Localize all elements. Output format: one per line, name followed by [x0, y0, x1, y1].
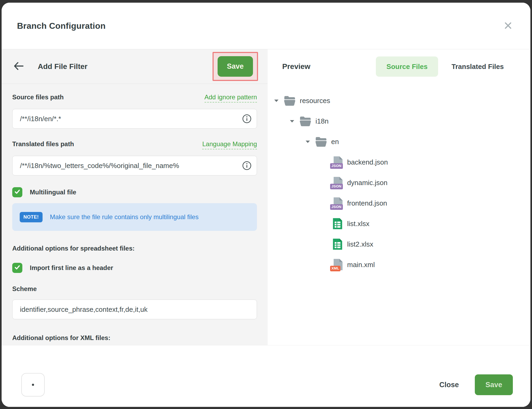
- tree-folder-label: resources: [300, 97, 330, 105]
- preview-tabs: Source Files Translated Files: [376, 56, 514, 77]
- preview-panel: Preview Source Files Translated Files re…: [268, 49, 530, 345]
- tree-row-file[interactable]: list2.xlsx: [273, 234, 525, 255]
- more-options-button[interactable]: [21, 373, 45, 396]
- filter-form: Source files path Add ignore pattern Tra…: [2, 84, 268, 342]
- file-filter-panel: Add File Filter Save Source files path A…: [2, 49, 268, 345]
- file-tree: resources i18n: [268, 84, 530, 275]
- xlsx-file-icon: [331, 218, 343, 230]
- back-arrow-icon: [13, 60, 24, 73]
- json-file-icon: JSON: [331, 197, 343, 210]
- tree-row-file[interactable]: JSON frontend.json: [273, 193, 525, 214]
- save-button-highlight-annotation: Save: [213, 52, 258, 81]
- tree-file-label: backend.json: [347, 158, 388, 166]
- tree-row-folder[interactable]: resources: [273, 91, 525, 111]
- xml-badge: XML: [330, 266, 340, 271]
- tree-row-folder[interactable]: i18n: [273, 111, 525, 132]
- folder-icon: [284, 95, 296, 107]
- close-icon: [503, 20, 513, 32]
- scheme-label: Scheme: [12, 285, 257, 293]
- modal-title: Branch Configuration: [17, 21, 106, 31]
- modal-save-button[interactable]: Save: [475, 374, 513, 395]
- folder-icon: [315, 136, 327, 148]
- tree-row-file[interactable]: XML main.xml: [273, 255, 525, 275]
- language-mapping-link[interactable]: Language Mapping: [202, 140, 257, 149]
- tree-row-folder[interactable]: en: [273, 132, 525, 152]
- tree-row-file[interactable]: JSON dynamic.json: [273, 173, 525, 193]
- tab-source-files[interactable]: Source Files: [376, 56, 438, 77]
- tree-file-label: main.xml: [347, 261, 375, 269]
- preview-sub-header: Preview Source Files Translated Files: [268, 49, 530, 84]
- multilingual-note: NOTE! Make sure the file rule contains o…: [12, 203, 257, 231]
- xml-file-icon: XML: [331, 259, 343, 271]
- modal-content: Add File Filter Save Source files path A…: [2, 49, 530, 345]
- source-files-path-input[interactable]: [12, 109, 257, 129]
- translated-files-path-label: Translated files path: [12, 140, 74, 148]
- import-first-line-label: Import first line as a header: [30, 264, 113, 272]
- multilingual-file-checkbox[interactable]: [12, 187, 22, 197]
- translated-files-path-input[interactable]: [12, 156, 257, 175]
- filter-save-button[interactable]: Save: [218, 56, 253, 77]
- spreadsheet-options-heading: Additional options for spreadsheet files…: [12, 245, 257, 252]
- caret-down-icon[interactable]: [305, 141, 315, 143]
- tree-file-label: dynamic.json: [347, 179, 388, 187]
- tab-translated-files[interactable]: Translated Files: [441, 56, 514, 77]
- json-badge: JSON: [330, 204, 343, 210]
- tree-file-label: list2.xlsx: [347, 240, 373, 248]
- modal-close-button[interactable]: [502, 19, 514, 32]
- preview-title: Preview: [282, 62, 310, 71]
- checkmark-icon: [14, 188, 21, 196]
- source-files-path-label: Source files path: [12, 93, 64, 101]
- filter-sub-header: Add File Filter Save: [2, 49, 268, 84]
- tree-row-file[interactable]: list.xlsx: [273, 214, 525, 234]
- note-text: Make sure the file rule contains only mu…: [50, 213, 199, 221]
- caret-down-icon[interactable]: [273, 100, 284, 102]
- caret-down-icon[interactable]: [289, 120, 299, 122]
- json-badge: JSON: [330, 184, 343, 189]
- json-file-icon: JSON: [331, 156, 343, 169]
- tree-file-label: list.xlsx: [347, 220, 369, 228]
- tree-folder-label: en: [331, 138, 339, 146]
- tree-file-label: frontend.json: [347, 199, 387, 207]
- checkmark-icon: [14, 264, 21, 272]
- branch-configuration-modal: Branch Configuration Add File Filter Sav…: [2, 3, 530, 407]
- tree-row-file[interactable]: JSON backend.json: [273, 152, 525, 173]
- modal-header: Branch Configuration: [2, 3, 530, 49]
- scheme-input[interactable]: [12, 300, 257, 319]
- filter-panel-title: Add File Filter: [38, 62, 88, 71]
- multilingual-file-label: Multilingual file: [30, 189, 76, 196]
- tree-folder-label: i18n: [315, 117, 329, 125]
- back-button[interactable]: [12, 60, 24, 73]
- import-first-line-checkbox[interactable]: [12, 263, 22, 273]
- info-icon[interactable]: [242, 114, 252, 124]
- json-file-icon: JSON: [331, 177, 343, 189]
- xml-options-heading: Additional options for XML files:: [12, 334, 257, 342]
- note-badge: NOTE!: [20, 212, 43, 222]
- close-button[interactable]: Close: [439, 381, 459, 389]
- add-ignore-pattern-link[interactable]: Add ignore pattern: [205, 93, 257, 103]
- json-badge: JSON: [330, 163, 343, 169]
- folder-icon: [299, 116, 311, 127]
- modal-footer: Close Save: [2, 345, 530, 407]
- ellipsis-icon: [32, 384, 34, 386]
- info-icon[interactable]: [242, 161, 252, 170]
- xlsx-file-icon: [331, 238, 343, 251]
